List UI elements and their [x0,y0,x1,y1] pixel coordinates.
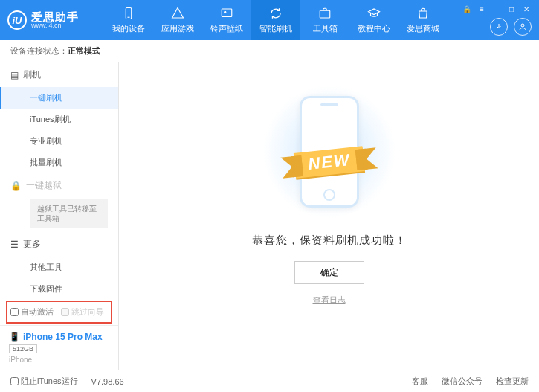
app-header: iU 爱思助手 www.i4.cn 我的设备 应用游戏 铃声壁纸 智能刷机 工具… [0,0,539,40]
device-type: iPhone [9,356,109,364]
main-content: NEW 恭喜您，保资料刷机成功啦！ 确定 查看日志 [119,62,539,370]
sidebar-item-itunes[interactable]: iTunes刷机 [0,109,118,130]
nav-store[interactable]: 爱思商城 [398,0,448,40]
menu-icon[interactable]: ≡ [477,5,487,13]
app-name: 爱思助手 [31,11,79,22]
refresh-icon [268,6,283,21]
nav-toolbox[interactable]: 工具箱 [300,0,349,40]
sidebar-item-oneclick[interactable]: 一键刷机 [0,87,118,109]
status-label: 设备连接状态： [10,45,68,57]
svg-point-3 [225,11,226,13]
group-more[interactable]: ☰ 更多 [0,232,118,257]
bag-icon [416,6,430,21]
list-icon: ▤ [10,70,19,80]
footer-link-wechat[interactable]: 微信公众号 [442,376,482,387]
sidebar-item-pro[interactable]: 专业刷机 [0,130,118,152]
nav-flash[interactable]: 智能刷机 [251,0,300,40]
jailbreak-note: 越狱工具已转移至工具箱 [30,199,108,228]
skip-guide-check[interactable]: 跳过向导 [61,306,104,318]
svg-point-5 [521,24,524,27]
nav-ringtones[interactable]: 铃声壁纸 [202,0,251,40]
sidebar-item-batch[interactable]: 批量刷机 [0,152,118,173]
download-button[interactable] [490,18,508,36]
version-label: V7.98.66 [91,377,124,386]
user-button[interactable] [514,18,532,36]
header-controls: 🔒 ≡ — □ ✕ [462,5,532,36]
app-domain: www.i4.cn [31,22,79,29]
maximize-icon[interactable]: □ [506,5,517,13]
device-storage: 512GB [9,344,37,353]
footer-link-update[interactable]: 检查更新 [496,376,529,387]
nav-my-device[interactable]: 我的设备 [104,0,153,40]
main-nav: 我的设备 应用游戏 铃声壁纸 智能刷机 工具箱 教程中心 爱思商城 [104,0,462,40]
auto-activate-check[interactable]: 自动激活 [10,306,54,318]
nav-tutorials[interactable]: 教程中心 [349,0,398,40]
image-icon [219,6,234,21]
nav-apps[interactable]: 应用游戏 [153,0,202,40]
svg-rect-2 [222,9,232,17]
group-jailbreak: 🔒 一键越狱 [0,173,118,198]
cap-icon [367,6,381,21]
status-bar: 设备连接状态： 正常模式 [0,40,539,62]
footer: 阻止iTunes运行 V7.98.66 客服 微信公众号 检查更新 [0,370,539,392]
lock-icon[interactable]: 🔒 [462,5,472,13]
block-itunes-check[interactable]: 阻止iTunes运行 [10,376,78,387]
view-log-link[interactable]: 查看日志 [313,295,346,306]
success-message: 恭喜您，保资料刷机成功啦！ [252,234,407,248]
ok-button[interactable]: 确定 [294,261,364,284]
phone-icon [121,6,136,21]
phone-icon: 📱 [9,332,20,342]
minimize-icon[interactable]: — [491,5,502,13]
device-panel: 📱 iPhone 15 Pro Max 512GB iPhone [0,325,118,370]
lock-icon: 🔒 [10,181,22,191]
svg-rect-4 [320,10,330,18]
sidebar-item-tools[interactable]: 其他工具 [0,257,118,278]
apps-icon [170,6,185,21]
app-logo: iU 爱思助手 www.i4.cn [7,10,104,30]
option-checks: 自动激活 跳过向导 [6,301,112,324]
logo-badge: iU [7,10,27,30]
device-name[interactable]: 📱 iPhone 15 Pro Max [9,332,109,342]
success-illustration: NEW [248,85,411,219]
group-flash[interactable]: ▤ 刷机 [0,62,118,87]
sidebar-item-firmware[interactable]: 下载固件 [0,278,118,299]
briefcase-icon [317,6,332,21]
more-icon: ☰ [10,240,19,250]
close-icon[interactable]: ✕ [521,5,532,13]
footer-link-support[interactable]: 客服 [412,376,428,387]
sidebar: ▤ 刷机 一键刷机 iTunes刷机 专业刷机 批量刷机 🔒 一键越狱 越狱工具… [0,62,119,370]
status-value: 正常模式 [68,45,100,57]
